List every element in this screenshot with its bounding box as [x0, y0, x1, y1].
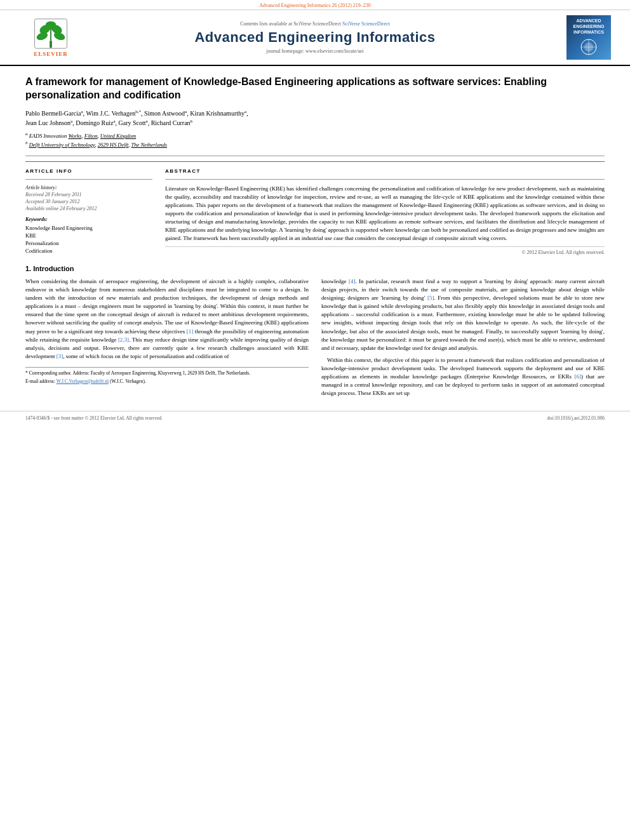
page: Advanced Engineering Informatics 26 (201… — [0, 0, 630, 840]
author-wim: Wim J.C. Verhagenb,*, — [86, 110, 144, 117]
copyright-line: © 2012 Elsevier Ltd. All rights reserved… — [165, 246, 605, 255]
author-simon: Simon Astwooda, — [144, 110, 190, 117]
footnote-area: * Corresponding author. Address: Faculty… — [25, 367, 309, 385]
svg-rect-0 — [50, 41, 52, 48]
sciverse-line: Contents lists available at SciVerse Sci… — [83, 21, 547, 27]
journal-header: ELSEVIER Contents lists available at Sci… — [0, 10, 630, 66]
cite-6: [6] — [575, 373, 582, 380]
keyword-kbe-abbr: KBE — [25, 232, 152, 239]
article-info-abstract-section: ARTICLE INFO Article history: Received 2… — [25, 161, 605, 255]
author-kiran: Kiran Krishnamurthya, — [190, 110, 248, 117]
intro-p1-right: knowledge [4]. In particular, research m… — [321, 277, 605, 352]
abstract-text: Literature on Knowledge-Based Engineerin… — [165, 185, 605, 243]
author-richard: Richard Curranb — [151, 119, 192, 126]
cite-23: [2,3] — [118, 337, 129, 343]
cite-3: [3] — [57, 353, 64, 359]
author-domingo: Domingo Ruiza, — [76, 119, 118, 126]
intro-p1-left: When considering the domain of aerospace… — [25, 277, 309, 360]
article-history: Article history: Received 28 February 20… — [25, 185, 152, 211]
footnote-star-line: * Corresponding author. Address: Faculty… — [25, 370, 309, 377]
journal-homepage: journal homepage: www.elsevier.com/locat… — [83, 48, 547, 54]
intro-right-column: knowledge [4]. In particular, research m… — [321, 277, 605, 401]
journal-citation-bar: Advanced Engineering Informatics 26 (201… — [0, 0, 630, 10]
sciverse-link[interactable]: SciVerse ScienceDirect — [342, 21, 390, 27]
introduction-title: 1. Introduction — [25, 265, 605, 272]
author-gary: Gary Scotta, — [119, 119, 151, 126]
available-line: Available online 24 February 2012 — [25, 206, 152, 211]
cover-graphic-icon — [576, 37, 601, 57]
journal-citation-text: Advanced Engineering Informatics 26 (201… — [259, 3, 371, 8]
author-jean: Jean Luc Johnsona, — [25, 119, 76, 126]
journal-cover-image: ADVANCED ENGINEERING INFORMATICS — [566, 15, 611, 60]
bottom-bar: 1474-0346/$ - see front matter © 2012 El… — [0, 411, 630, 425]
cite-4: [4] — [349, 278, 356, 284]
cite-1: [1] — [187, 328, 194, 335]
affiliations: a EADS Innovation Works, Filton, United … — [25, 131, 605, 148]
paper-title: A framework for management of Knowledge-… — [25, 76, 605, 102]
accepted-line: Accepted 30 January 2012 — [25, 199, 152, 204]
introduction-body: When considering the domain of aerospace… — [25, 277, 605, 401]
article-info-column: ARTICLE INFO Article history: Received 2… — [25, 168, 152, 255]
abstract-divider — [165, 179, 605, 180]
journal-title-section: Contents lists available at SciVerse Sci… — [83, 21, 547, 54]
history-label-line: Article history: — [25, 185, 152, 190]
keywords-section: Keywords: Knowledge Based Engineering KB… — [25, 217, 152, 254]
elsevier-tree-icon — [32, 18, 70, 50]
main-content: A framework for management of Knowledge-… — [0, 66, 630, 411]
article-info-header: ARTICLE INFO — [25, 168, 152, 174]
footnote-email-line: E-mail address: W.J.C.Verhagen@tudelft.n… — [25, 378, 309, 385]
cite-5: [5] — [427, 295, 434, 301]
intro-p2-right: Within this context, the objective of th… — [321, 356, 605, 397]
journal-title: Advanced Engineering Informatics — [83, 29, 547, 46]
article-info-divider — [25, 179, 152, 180]
abstract-column: ABSTRACT Literature on Knowledge-Based E… — [165, 168, 605, 255]
footnote-email-link[interactable]: W.J.C.Verhagen@tudelft.nl — [57, 378, 109, 384]
svg-point-6 — [46, 21, 56, 28]
keyword-personalization: Personalization — [25, 240, 152, 246]
divider — [25, 156, 605, 156]
elsevier-logo-section: ELSEVIER — [19, 18, 83, 57]
elsevier-logo: ELSEVIER — [32, 18, 70, 57]
affiliation-b: b Delft University of Technology, 2629 H… — [25, 140, 605, 148]
journal-cover-section: ADVANCED ENGINEERING INFORMATICS — [547, 15, 611, 60]
keyword-kbe: Knowledge Based Engineering — [25, 225, 152, 231]
bottom-issn: 1474-0346/$ - see front matter © 2012 El… — [25, 415, 163, 421]
keyword-codification: Codification — [25, 248, 152, 254]
affiliation-a: a EADS Innovation Works, Filton, United … — [25, 131, 605, 139]
authors-line: Pablo Bermell-Garciaa, Wim J.C. Verhagen… — [25, 109, 605, 128]
abstract-header: ABSTRACT — [165, 168, 605, 174]
bottom-doi: doi:10.1016/j.aei.2012.01.006 — [547, 415, 605, 421]
received-line: Received 28 February 2011 — [25, 192, 152, 197]
elsevier-label: ELSEVIER — [34, 51, 68, 57]
author-pablo: Pablo Bermell-Garciaa, — [25, 110, 86, 117]
intro-left-column: When considering the domain of aerospace… — [25, 277, 309, 401]
